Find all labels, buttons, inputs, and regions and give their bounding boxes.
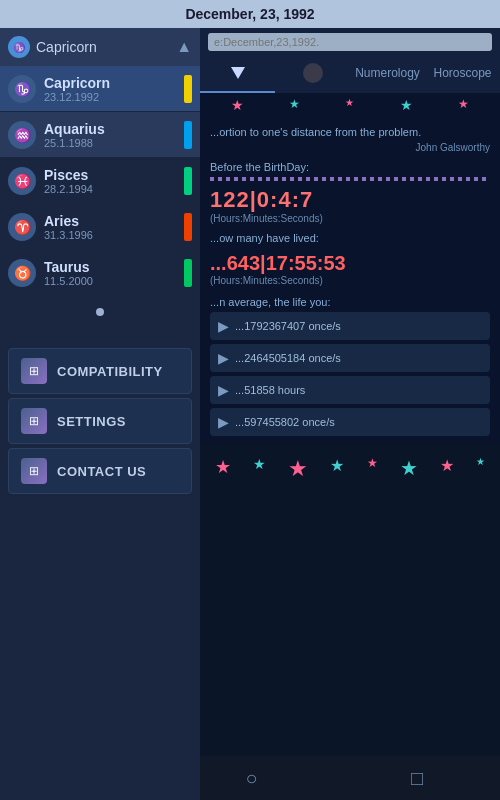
stat-value-3: ...597455802 once/s: [235, 416, 335, 428]
date-input[interactable]: [208, 33, 492, 51]
stat-row-2: ▶ ...51858 hours: [210, 376, 490, 404]
zodiac-date-capricorn: 23.12.1992: [44, 91, 184, 103]
zodiac-item-capricorn[interactable]: ♑ Capricorn 23.12.1992: [0, 66, 200, 112]
contact-icon: ⊞: [21, 458, 47, 484]
before-birthday-label: Before the BirthDay:: [200, 157, 500, 175]
nav-recent-button[interactable]: □: [411, 767, 423, 790]
scroll-indicator: [0, 296, 200, 328]
stat-arrow-0: ▶: [218, 318, 229, 334]
quote-section: ...ortion to one's distance from the pro…: [200, 117, 500, 157]
zodiac-name-aquarius: Aquarius: [44, 121, 184, 137]
sidebar: ♑ Capricorn ▲ ♑ Capricorn 23.12.1992 ♒ A…: [0, 28, 200, 800]
zodiac-date-taurus: 11.5.2000: [44, 275, 184, 287]
main-content: Numerology Horoscope ★ ★ ★ ★ ★ ...ortion…: [200, 28, 500, 800]
stat-arrow-3: ▶: [218, 414, 229, 430]
sidebar-arrow-icon: ▲: [176, 38, 192, 56]
zodiac-date-aries: 31.3.1996: [44, 229, 184, 241]
pisces-symbol: ♓: [8, 167, 36, 195]
stat-arrow-2: ▶: [218, 382, 229, 398]
zodiac-date-pisces: 28.2.1994: [44, 183, 184, 195]
triangle-icon: [231, 67, 245, 79]
zodiac-item-pisces[interactable]: ♓ Pisces 28.2.1994: [0, 158, 200, 204]
compatibility-button[interactable]: ⊞ COMPATIBILITY: [8, 348, 192, 394]
stat-row-1: ▶ ...2464505184 once/s: [210, 344, 490, 372]
zodiac-item-aquarius[interactable]: ♒ Aquarius 25.1.1988: [0, 112, 200, 158]
stat-value-0: ...1792367407 once/s: [235, 320, 341, 332]
taurus-symbol: ♉: [8, 259, 36, 287]
stats-section: ...n average, the life you: ▶ ...1792367…: [200, 292, 500, 444]
star-icon-1: ★: [231, 97, 244, 113]
menu-section: ⊞ COMPATIBILITY ⊞ SETTINGS ⊞ CONTACT US: [0, 348, 200, 494]
star-icon-5: ★: [458, 97, 469, 113]
stat-row-0: ▶ ...1792367407 once/s: [210, 312, 490, 340]
stat-value-1: ...2464505184 once/s: [235, 352, 341, 364]
deco-star-4: ★: [330, 456, 344, 482]
deco-star-1: ★: [215, 456, 231, 482]
sidebar-zodiac-name: Capricorn: [36, 39, 170, 55]
aquarius-indicator: [184, 121, 192, 149]
numerology-label: Numerology: [355, 66, 420, 80]
zodiac-date-aquarius: 25.1.1988: [44, 137, 184, 149]
zodiac-name-pisces: Pisces: [44, 167, 184, 183]
birthday-timer: 122|0:4:7 (Hours:Minutes:Seconds): [200, 183, 500, 228]
date-text: December, 23, 1992: [185, 6, 314, 22]
app-container: December, 23, 1992 ♑ Capricorn ▲ ♑ Capri…: [0, 0, 500, 800]
birthday-timer-sub: (Hours:Minutes:Seconds): [210, 213, 490, 224]
capricorn-symbol: ♑: [8, 75, 36, 103]
sidebar-header[interactable]: ♑ Capricorn ▲: [0, 28, 200, 66]
tabs-row: Numerology Horoscope: [200, 55, 500, 93]
zodiac-name-taurus: Taurus: [44, 259, 184, 275]
tab-horoscope[interactable]: Horoscope: [425, 55, 500, 93]
zodiac-name-aries: Aries: [44, 213, 184, 229]
scroll-dot: [96, 308, 104, 316]
stars-bar: ★ ★ ★ ★ ★: [200, 93, 500, 117]
quote-author: John Galsworthy: [210, 142, 490, 153]
capricorn-icon: ♑: [8, 36, 30, 58]
aries-indicator: [184, 213, 192, 241]
nav-home-button[interactable]: ○: [245, 767, 257, 790]
deco-star-5: ★: [367, 456, 378, 482]
star-icon-4: ★: [400, 97, 413, 113]
quote-text: ...ortion to one's distance from the pro…: [210, 125, 490, 140]
taurus-indicator: [184, 259, 192, 287]
tab-circle[interactable]: [275, 55, 350, 93]
stat-value-2: ...51858 hours: [235, 384, 305, 396]
settings-icon: ⊞: [21, 408, 47, 434]
stat-arrow-1: ▶: [218, 350, 229, 366]
star-icon-2: ★: [289, 97, 300, 113]
date-bar: December, 23, 1992: [0, 0, 500, 28]
compatibility-icon: ⊞: [21, 358, 47, 384]
compatibility-label: COMPATIBILITY: [57, 364, 163, 379]
large-timer: ...643|17:55:53 (Hours:Minutes:Seconds): [200, 246, 500, 292]
input-row: [200, 28, 500, 55]
deco-star-7: ★: [440, 456, 454, 482]
settings-label: SETTINGS: [57, 414, 126, 429]
zodiac-item-taurus[interactable]: ♉ Taurus 11.5.2000: [0, 250, 200, 296]
deco-star-6: ★: [400, 456, 418, 482]
deco-star-8: ★: [476, 456, 485, 482]
tab-numerology[interactable]: Numerology: [350, 55, 425, 93]
average-life-label: ...n average, the life you:: [210, 296, 490, 308]
zodiac-name-capricorn: Capricorn: [44, 75, 184, 91]
stat-row-3: ▶ ...597455802 once/s: [210, 408, 490, 436]
bottom-decoration: ★ ★ ★ ★ ★ ★ ★ ★: [200, 444, 500, 800]
contact-button[interactable]: ⊞ CONTACT US: [8, 448, 192, 494]
wavy-decoration: [210, 177, 490, 181]
aquarius-symbol: ♒: [8, 121, 36, 149]
large-timer-sub: (Hours:Minutes:Seconds): [210, 275, 490, 286]
capricorn-indicator: [184, 75, 192, 103]
how-many-lived-label: ...ow many have lived:: [200, 228, 500, 246]
large-timer-value: ...643|17:55:53: [210, 252, 490, 275]
contact-label: CONTACT US: [57, 464, 146, 479]
content-area: ♑ Capricorn ▲ ♑ Capricorn 23.12.1992 ♒ A…: [0, 28, 500, 800]
star-icon-3: ★: [345, 97, 354, 113]
zodiac-item-aries[interactable]: ♈ Aries 31.3.1996: [0, 204, 200, 250]
birthday-timer-value: 122|0:4:7: [210, 187, 490, 213]
pisces-indicator: [184, 167, 192, 195]
settings-button[interactable]: ⊞ SETTINGS: [8, 398, 192, 444]
aries-symbol: ♈: [8, 213, 36, 241]
tab-triangle[interactable]: [200, 55, 275, 93]
horoscope-label: Horoscope: [433, 66, 491, 80]
circle-icon: [303, 63, 323, 83]
deco-star-2: ★: [253, 456, 266, 482]
